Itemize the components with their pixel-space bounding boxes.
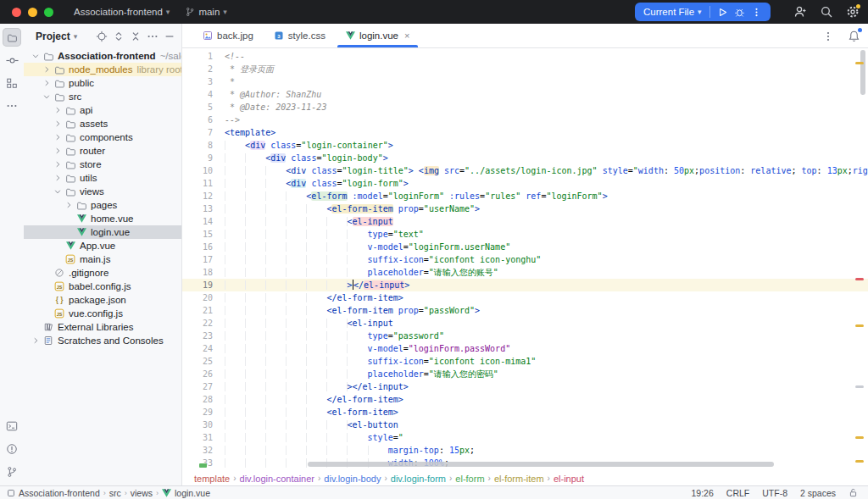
chevron-right-icon[interactable] [52, 132, 63, 143]
chevron-down-icon[interactable]: ▾ [74, 32, 78, 41]
close-icon[interactable]: × [404, 30, 409, 41]
code-line[interactable]: 14 <el-input [182, 215, 868, 228]
tree-item-pages[interactable]: pages [24, 198, 181, 212]
branch-widget[interactable]: main ▾ [185, 7, 230, 17]
chevron-down-icon[interactable] [52, 186, 63, 197]
chevron-right-icon[interactable] [63, 200, 74, 211]
code-line[interactable]: 5 * @Date: 2023-11-23 [182, 101, 868, 114]
status-path-src[interactable]: src [109, 488, 121, 498]
line-number[interactable]: 1 [182, 50, 213, 63]
zoom-window-button[interactable] [44, 8, 53, 17]
breadcrumb-div-login-form[interactable]: div.login-form [391, 474, 446, 484]
line-number[interactable]: 26 [182, 368, 213, 380]
code-line[interactable]: 10 <div class="login-title"> <img src=".… [182, 164, 868, 177]
more-actions-icon[interactable] [748, 3, 765, 20]
line-number[interactable]: 29 [182, 406, 213, 419]
line-number[interactable]: 19 [182, 279, 213, 291]
code-line[interactable]: 17 suffix-icon="iconfont icon-yonghu" [182, 253, 868, 266]
status-path[interactable]: Association-frontend›src›views›login.vue [7, 488, 210, 498]
code-line[interactable]: 29 <el-form-item> [182, 406, 868, 419]
minimize-window-button[interactable] [28, 8, 37, 17]
code-line[interactable]: 15 type="text" [182, 228, 868, 241]
breadcrumb-el-form[interactable]: el-form [455, 474, 484, 484]
settings-icon[interactable] [845, 5, 860, 19]
code-line[interactable]: 28 </el-form-item> [182, 393, 868, 406]
code-line[interactable]: 11 <div class="login-form"> [182, 177, 868, 190]
code-line[interactable]: 9 <div class="login-body"> [182, 152, 868, 164]
line-number[interactable]: 17 [182, 253, 213, 266]
code-line[interactable]: 30 <el-button [182, 419, 868, 431]
line-number[interactable]: 6 [182, 114, 213, 126]
chevron-right-icon[interactable] [52, 105, 63, 116]
line-number[interactable]: 15 [182, 228, 213, 241]
code-line[interactable]: 32 margin-top: 15px; [182, 444, 868, 457]
code-line[interactable]: 21 <el-form-item prop="passWord"> [182, 304, 868, 317]
line-number[interactable]: 2 [182, 63, 213, 75]
line-number[interactable]: 20 [182, 291, 213, 304]
close-window-button[interactable] [12, 8, 21, 17]
line-number[interactable]: 32 [182, 444, 213, 457]
status-caret-position[interactable]: 19:26 [692, 488, 714, 498]
status-path-login-vue[interactable]: login.vue [175, 488, 210, 498]
tree-item-utils[interactable]: utils [24, 171, 181, 185]
activitybar-structure[interactable] [3, 74, 21, 92]
vertical-scrollbar[interactable] [860, 50, 865, 95]
code-line[interactable]: 7<template> [182, 126, 868, 139]
horizontal-scrollbar[interactable] [308, 462, 774, 467]
status-path-association-frontend[interactable]: Association-frontend [19, 488, 100, 498]
locate-icon[interactable] [94, 30, 108, 44]
project-panel-title[interactable]: Project [36, 30, 70, 42]
activitybar-project[interactable] [3, 28, 21, 47]
breadcrumb-el-input[interactable]: el-input [554, 474, 584, 484]
activitybar-terminal[interactable] [3, 417, 21, 435]
chevron-right-icon[interactable] [41, 78, 52, 89]
expand-icon[interactable] [111, 30, 125, 44]
tree-item-external-libraries[interactable]: External Libraries [24, 320, 181, 334]
activitybar-commit[interactable] [3, 51, 21, 69]
breadcrumb-div-login-body[interactable]: div.login-body [324, 474, 381, 484]
tree-item-views[interactable]: views [24, 185, 181, 198]
tree-item-src[interactable]: src [24, 90, 181, 103]
chevron-right-icon[interactable] [52, 119, 63, 130]
hide-icon[interactable] [162, 30, 176, 44]
chevron-right-icon[interactable] [52, 146, 63, 157]
tree-item-api[interactable]: api [24, 103, 181, 117]
line-number[interactable]: 16 [182, 241, 213, 253]
tree-item-association-frontend[interactable]: Association-frontend~/saleProject/ [24, 49, 181, 63]
line-number[interactable]: 18 [182, 266, 213, 279]
line-number[interactable]: 11 [182, 177, 213, 190]
line-number[interactable]: 10 [182, 164, 213, 177]
tree-item-scratches-and-consoles[interactable]: Scratches and Consoles [24, 334, 181, 347]
tree-item-gitignore[interactable]: .gitignore [24, 266, 181, 280]
line-number[interactable]: 14 [182, 215, 213, 228]
code-line[interactable]: 22 <el-input [182, 317, 868, 330]
code-line[interactable]: 6--> [182, 114, 868, 126]
line-number[interactable]: 9 [182, 152, 213, 164]
code-editor[interactable]: 1<!--2 * 登录页面3 *4 * @Author: ShanZhu5 * … [182, 48, 868, 471]
tree-item-login-vue[interactable]: login.vue [24, 225, 181, 239]
tree-item-assets[interactable]: assets [24, 117, 181, 130]
code-line[interactable]: 25 suffix-icon="iconfont icon-mima1" [182, 355, 868, 368]
debug-icon[interactable] [732, 3, 748, 20]
tab-login-vue[interactable]: login.vue× [336, 24, 420, 47]
breadcrumb-div-login-container[interactable]: div.login-container [240, 474, 314, 484]
line-number[interactable]: 4 [182, 88, 213, 101]
code-line[interactable]: 4 * @Author: ShanZhu [182, 88, 868, 101]
collapse-all-icon[interactable] [128, 30, 142, 44]
notifications-bell-icon[interactable] [847, 29, 861, 43]
line-number[interactable]: 31 [182, 431, 213, 444]
tree-item-main-js[interactable]: JSmain.js [24, 252, 181, 266]
line-number[interactable]: 13 [182, 202, 213, 215]
window-controls[interactable] [12, 8, 60, 17]
tree-item-node-modules[interactable]: node_moduleslibrary root [24, 63, 181, 76]
chevron-down-icon[interactable] [30, 51, 41, 62]
code-line[interactable]: 3 * [182, 75, 868, 88]
chevron-right-icon[interactable] [52, 173, 63, 184]
code-line[interactable]: 8 <div class="login-container"> [182, 139, 868, 152]
code-line[interactable]: 31 style=" [182, 431, 868, 444]
tree-item-babel-config-js[interactable]: JSbabel.config.js [24, 280, 181, 293]
line-number[interactable]: 30 [182, 419, 213, 431]
line-number[interactable]: 27 [182, 380, 213, 393]
line-number[interactable]: 7 [182, 126, 213, 139]
user-plus-icon[interactable] [793, 5, 807, 19]
